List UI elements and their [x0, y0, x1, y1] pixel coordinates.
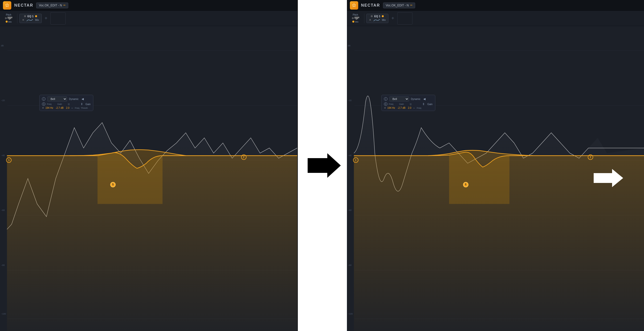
eq-curve-icon — [26, 18, 33, 22]
pencil-icon-left: ✏ — [63, 4, 66, 7]
eq-close-left[interactable]: ✕ — [22, 18, 24, 22]
add-module-left[interactable]: + — [43, 16, 50, 21]
eq-label-right: EQ 1 — [374, 15, 380, 18]
svg-point-0 — [6, 4, 8, 6]
pitch-mix-label-left: Mix — [8, 21, 12, 23]
header-right: NECTAR Voc.OK_EDIT - N ✏ — [347, 0, 644, 11]
app-name-right: NECTAR — [361, 3, 380, 8]
svg-marker-1 — [308, 153, 341, 178]
popup-dynamic-btn-left[interactable]: Dynamic — [69, 98, 78, 100]
popup-collapse-right[interactable]: ◀ — [423, 97, 426, 101]
svg-marker-3 — [594, 169, 623, 187]
header-left: NECTAR Voc.OK_EDIT - N ✏ — [0, 0, 297, 11]
popup-info-icon-right[interactable]: i — [384, 97, 388, 101]
app-name-left: NECTAR — [14, 3, 33, 8]
popup-x-left[interactable]: ✕ — [42, 106, 44, 109]
toolbar-right: Pitch Mix EQ 1 — [347, 11, 644, 26]
eq-curve-svg-left — [0, 26, 297, 331]
eq-label-left: EQ 1 — [28, 15, 34, 18]
popup-gain-arrows-right[interactable]: ⇕ — [422, 102, 425, 106]
eq-display-left: dB −20 −40 −60 −80 −100 — [0, 26, 297, 331]
popup-freq-arrow-right[interactable]: ↔ — [413, 106, 415, 109]
toolbar-left: Pitch Mix EQ 1 — [0, 11, 297, 26]
eq-node-2-right[interactable]: 2 — [588, 154, 593, 160]
eq-node-1-right[interactable]: 1 — [353, 158, 358, 163]
popup-dynamic-btn-right[interactable]: Dynamic — [411, 98, 420, 100]
popup-freq-tag-left: Freq — [75, 107, 80, 109]
eq-module-left[interactable]: EQ 1 ✕ Mix — [20, 14, 42, 23]
popup-type-select-right[interactable]: Bell — [390, 96, 409, 102]
eq-module-right[interactable]: EQ 1 ✕ Mix — [366, 14, 389, 23]
separator-1 — [17, 14, 18, 23]
pitch-mix-label-right: Mix — [355, 21, 358, 23]
left-panel: NECTAR Voc.OK_EDIT - N ✏ Pitch Mix — [0, 0, 298, 331]
logo-left — [3, 1, 11, 10]
eq-mix-label-right: Mix — [382, 19, 386, 21]
eq-popup-right: i Bell Dynamic ◀ S Freq Gain Q ⇕ Gain ✕ — [381, 95, 435, 111]
popup-thresh-tag-left: Thresh — [81, 107, 88, 109]
pitch-active-dot — [6, 21, 8, 22]
pitch-active-dot-right — [352, 21, 354, 22]
pitch-module-right[interactable]: Pitch Mix — [349, 12, 362, 24]
eq-node-1-left[interactable]: 1 — [6, 158, 12, 163]
popup-type-select-left[interactable]: Bell — [48, 96, 67, 102]
pitch-label-left: Pitch — [6, 14, 11, 16]
eq-close-right[interactable]: ✕ — [369, 18, 371, 22]
eq-curve-icon-right — [373, 18, 380, 22]
popup-gain-label: Gain — [86, 103, 90, 106]
popup-x-right[interactable]: ✕ — [384, 106, 386, 109]
preset-selector-right[interactable]: Voc.OK_EDIT - N ✏ — [383, 2, 415, 8]
empty-module-slot-left — [50, 12, 66, 24]
pitch-grid-icon — [8, 17, 12, 20]
pitch-module-left[interactable]: Pitch Mix — [2, 12, 15, 24]
popup-freq-arrow-left[interactable]: ↔ — [71, 106, 74, 109]
eq-display-right: dB −20 −40 −60 −80 −100 — [347, 26, 644, 331]
pitch-grid-icon-right — [354, 17, 359, 20]
empty-module-slot-right — [397, 12, 412, 24]
transition-arrow — [303, 146, 342, 185]
arrow-divider — [298, 0, 347, 331]
eq-active-dot-right — [382, 15, 384, 17]
eq-node-5-right[interactable]: 5 — [463, 182, 468, 187]
eq-node-5-left[interactable]: 5 — [110, 182, 116, 187]
logo-right — [350, 1, 358, 10]
white-arrow-overlay — [590, 167, 624, 190]
pitch-label-right: Pitch — [352, 14, 358, 16]
eq-node-2-left[interactable]: 2 — [241, 154, 246, 160]
eq-mix-label-left: Mix — [35, 19, 39, 21]
white-arrow-svg — [590, 167, 624, 189]
eq-info-dot — [24, 15, 26, 17]
preset-selector-left[interactable]: Voc.OK_EDIT - N ✏ — [36, 2, 68, 8]
svg-point-2 — [353, 4, 355, 6]
add-module-right[interactable]: + — [390, 16, 396, 21]
eq-popup-left: i Bell Dynamic ◀ S Freq Gain Q ⇕ Gain ✕ — [39, 95, 93, 111]
popup-collapse-left[interactable]: ◀ — [82, 97, 84, 101]
popup-info-icon-left[interactable]: i — [42, 97, 46, 101]
eq-active-dot — [35, 15, 37, 17]
separator-2 — [364, 14, 364, 23]
right-panel: NECTAR Voc.OK_EDIT - N ✏ Pitch Mix — [347, 0, 644, 331]
eq-info-dot-right — [371, 15, 373, 17]
popup-gain-arrows[interactable]: ⇕ — [80, 102, 83, 106]
pencil-icon-right: ✏ — [410, 4, 412, 7]
pitch-bypass-dot — [5, 17, 7, 19]
popup-freq-tag-right: Freq — [417, 107, 421, 109]
pitch-bypass-dot-right — [352, 17, 354, 19]
popup-s-icon-right[interactable]: S — [384, 102, 388, 106]
popup-gain-label-right: Gain — [427, 103, 432, 106]
popup-s-icon-left[interactable]: S — [42, 102, 46, 106]
